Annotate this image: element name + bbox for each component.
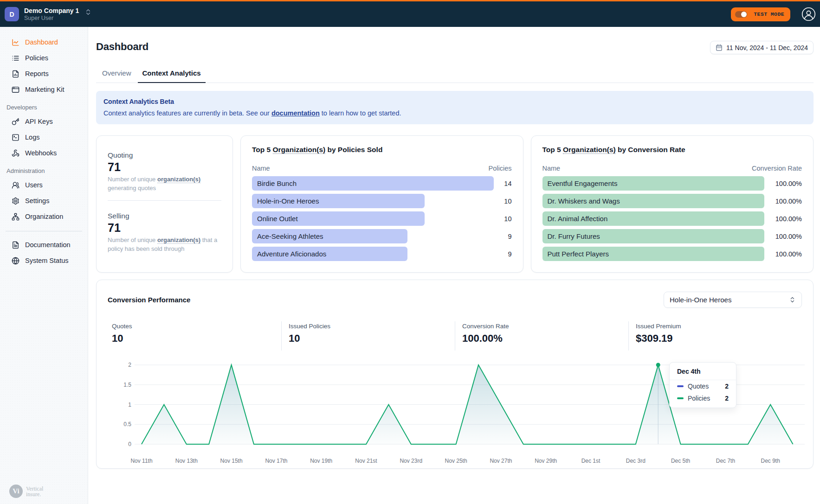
svg-text:Nov 19th: Nov 19th: [310, 458, 332, 464]
svg-text:Nov 15th: Nov 15th: [220, 458, 243, 464]
svg-text:Nov 23rd: Nov 23rd: [400, 458, 422, 464]
svg-text:Nov 29th: Nov 29th: [535, 458, 557, 464]
svg-text:Dec 3rd: Dec 3rd: [626, 458, 646, 464]
svg-text:1.5: 1.5: [123, 382, 131, 388]
svg-text:Dec 7th: Dec 7th: [716, 458, 735, 464]
svg-text:0: 0: [128, 441, 131, 447]
svg-text:Nov 21st: Nov 21st: [355, 458, 377, 464]
svg-text:Dec 5th: Dec 5th: [671, 458, 690, 464]
svg-text:Nov 27th: Nov 27th: [490, 458, 512, 464]
svg-text:Nov 17th: Nov 17th: [265, 458, 287, 464]
svg-text:1: 1: [128, 402, 131, 408]
svg-text:Dec 9th: Dec 9th: [761, 458, 780, 464]
svg-text:2: 2: [128, 362, 131, 368]
svg-text:Nov 25th: Nov 25th: [445, 458, 467, 464]
svg-text:0.5: 0.5: [123, 421, 131, 427]
svg-text:Nov 11th: Nov 11th: [130, 458, 152, 464]
svg-text:Dec 1st: Dec 1st: [581, 458, 600, 464]
svg-text:Nov 13th: Nov 13th: [175, 458, 198, 464]
